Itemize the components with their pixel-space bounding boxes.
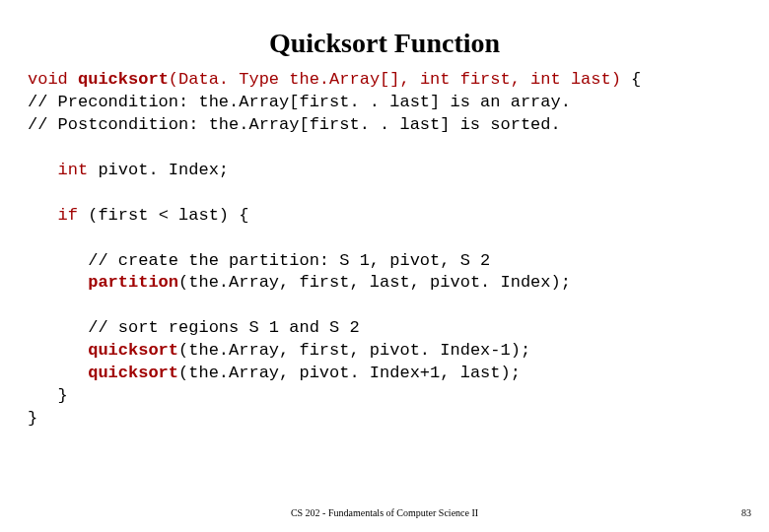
code-text: } [28,409,37,428]
code-keyword-void: void [28,70,68,89]
code-text: (the.Array, first, last, pivot. Index); [178,273,571,292]
code-comment: // Precondition: the.Array[first. . last… [28,93,571,111]
slide-title: Quicksort Function [0,0,769,69]
code-text: (the.Array, pivot. Index+1, last); [178,364,521,382]
slide: Quicksort Function void quicksort(Data. … [0,0,769,532]
code-comment: // create the partition: S 1, pivot, S 2 [28,251,490,270]
code-text: { [621,70,641,89]
code-block: void quicksort(Data. Type the.Array[], i… [0,69,769,431]
code-text: pivot. Index; [88,161,229,179]
code-keyword-int: int [28,161,88,179]
code-signature: (Data. Type the.Array[], int first, int … [169,70,621,89]
code-text: (the.Array, first, pivot. Index-1); [178,341,530,360]
code-fn-partition: partition [28,273,178,292]
code-text: } [28,386,68,405]
code-comment: // Postcondition: the.Array[first. . las… [28,115,561,134]
code-text: (first < last) { [78,206,248,225]
code-fn-quicksort: quicksort [28,341,178,360]
code-keyword-if: if [28,206,78,225]
code-fn-quicksort: quicksort [78,70,169,89]
code-comment: // sort regions S 1 and S 2 [28,318,360,337]
code-fn-quicksort: quicksort [28,364,178,382]
footer: CS 202 - Fundamentals of Computer Scienc… [0,507,769,518]
footer-page-number: 83 [741,507,751,518]
footer-course: CS 202 - Fundamentals of Computer Scienc… [0,507,769,518]
